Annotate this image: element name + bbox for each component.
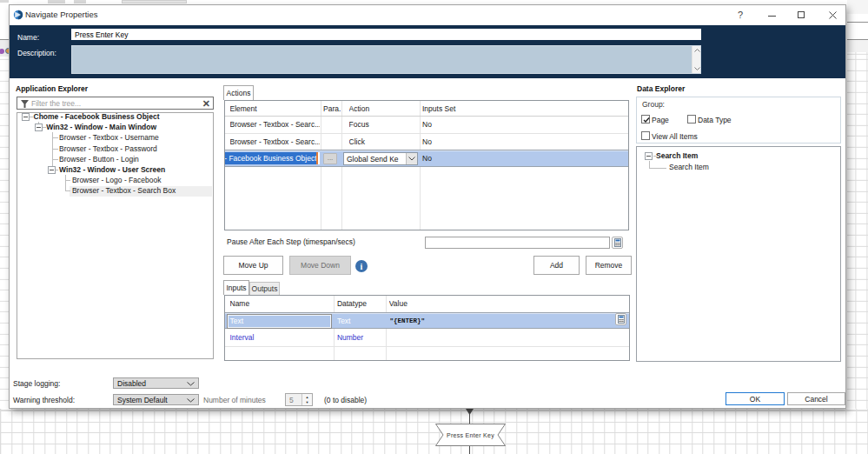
- button-label: Cancel: [805, 395, 827, 404]
- chevron-down-icon: [187, 398, 195, 403]
- action-combobox[interactable]: Global Send Ke: [343, 152, 418, 165]
- screen: Press Enter Key Navigate Properties ? Na…: [0, 0, 868, 454]
- input-name-editor[interactable]: Text: [227, 314, 333, 329]
- cancel-button[interactable]: Cancel: [787, 392, 845, 405]
- collapse-icon[interactable]: [645, 152, 653, 160]
- tree-connector-line: [52, 159, 58, 160]
- actions-row-selected[interactable]: Chome - Facebook Business Object ... Glo…: [225, 150, 628, 166]
- description-textarea[interactable]: [71, 45, 701, 74]
- page-checkbox[interactable]: [641, 115, 650, 124]
- tab-inputs[interactable]: Inputs: [223, 280, 249, 295]
- remove-button[interactable]: Remove: [586, 256, 632, 275]
- tab-label: Outputs: [252, 284, 278, 293]
- maximize-button[interactable]: [790, 7, 812, 23]
- help-button[interactable]: ?: [729, 7, 752, 23]
- tree-connector-line: [52, 137, 58, 138]
- data-type-checkbox[interactable]: [687, 115, 696, 124]
- ok-button[interactable]: OK: [726, 392, 785, 405]
- info-icon[interactable]: i: [355, 260, 368, 272]
- page-checkbox-label: Page: [652, 116, 669, 124]
- name-input[interactable]: [71, 29, 701, 40]
- close-button[interactable]: [821, 7, 844, 23]
- background-window-edge: [847, 22, 868, 23]
- tree-connector-line: [65, 190, 70, 191]
- minimize-button[interactable]: [760, 7, 783, 23]
- tree-item[interactable]: Win32 - Window - Main Window: [46, 123, 156, 132]
- element-editor-textbox[interactable]: Chome - Facebook Business Object: [225, 152, 320, 164]
- inputs-table[interactable]: Name Datatype Value Text Text "{ENTER}" …: [224, 295, 630, 361]
- tab-actions[interactable]: Actions: [223, 85, 254, 100]
- action-element-cell: Browser - Textbox - Searc...: [230, 120, 321, 129]
- value-expression-button[interactable]: [615, 313, 626, 325]
- input-datatype-cell: Text: [337, 317, 382, 325]
- collapse-icon[interactable]: [48, 166, 56, 174]
- chevron-down-icon[interactable]: [406, 153, 417, 164]
- element-browse-button[interactable]: ...: [323, 153, 337, 164]
- background-window-fragment: [847, 0, 868, 14]
- pause-expression-button[interactable]: [612, 237, 623, 249]
- action-inputs-set-cell: No: [422, 120, 492, 129]
- close-icon: [829, 11, 837, 19]
- actions-table[interactable]: Element Para... Action Inputs Set Browse…: [224, 100, 629, 230]
- tree-connector-line: [30, 117, 33, 117]
- stage-logging-dropdown[interactable]: Disabled: [113, 377, 199, 389]
- move-up-button[interactable]: Move Up: [223, 256, 283, 275]
- input-name-text: Text: [230, 317, 244, 325]
- button-label: OK: [750, 395, 760, 404]
- minutes-value: 5: [289, 396, 294, 404]
- description-scrollbar[interactable]: [692, 46, 700, 73]
- actions-col-parameters: Para...: [323, 104, 341, 113]
- tree-connector-line: [65, 175, 66, 191]
- dialog-title: Navigate Properties: [25, 10, 97, 19]
- background-window-fragment: [0, 0, 9, 3]
- group-label: Group:: [642, 100, 665, 109]
- move-down-button[interactable]: Move Down: [289, 256, 351, 275]
- help-icon: ?: [738, 10, 743, 20]
- input-row-selected[interactable]: Text Text "{ENTER}": [225, 312, 629, 329]
- application-explorer-tree[interactable]: Chome - Facebook Business ObjectWin32 - …: [17, 112, 214, 359]
- tree-item[interactable]: Win32 - Window - User Screen: [59, 165, 165, 175]
- spinner-down-icon[interactable]: ▼: [302, 400, 312, 406]
- number-of-minutes-label: Number of minutes: [203, 396, 266, 404]
- button-label: Add: [550, 261, 563, 270]
- tree-item[interactable]: Browser - Textbox - Username: [59, 133, 159, 143]
- view-all-items-checkbox[interactable]: [641, 131, 650, 140]
- collapse-icon[interactable]: [22, 113, 30, 121]
- tree-item[interactable]: Search Item: [669, 163, 709, 172]
- input-name-cell: Interval: [230, 333, 326, 342]
- collapse-icon[interactable]: [35, 124, 43, 131]
- navigate-stage-label: Press Enter Key: [435, 424, 506, 446]
- scroll-up-icon[interactable]: [692, 47, 701, 54]
- tree-item-selected[interactable]: Browser - Textbox - Search Box: [72, 186, 176, 196]
- filter-tree-input[interactable]: [31, 98, 192, 108]
- tree-item[interactable]: Browser - Button - Login: [59, 155, 139, 164]
- action-combobox-value: Global Send Ke: [347, 155, 404, 164]
- element-editor-text: Chome - Facebook Business Object: [225, 154, 317, 163]
- dialog-titlebar[interactable]: Navigate Properties ?: [10, 5, 845, 25]
- filter-clear-icon[interactable]: ✕: [202, 98, 210, 110]
- button-label: Move Up: [238, 261, 268, 270]
- name-label: Name:: [17, 33, 39, 42]
- input-value-cell: "{ENTER}": [390, 317, 599, 324]
- tab-outputs[interactable]: Outputs: [249, 282, 280, 295]
- action-inputs-set-cell: No: [422, 154, 492, 163]
- tree-item[interactable]: Chome - Facebook Business Object: [34, 112, 160, 122]
- filter-tree-box: ✕: [17, 97, 214, 110]
- tree-item[interactable]: Search Item: [656, 151, 698, 161]
- check-icon: [642, 116, 651, 124]
- scroll-down-icon[interactable]: [692, 65, 701, 72]
- tree-item[interactable]: Browser - Logo - Facebook: [72, 176, 162, 185]
- action-action-cell: Click: [349, 137, 408, 146]
- button-label: Remove: [595, 261, 623, 270]
- spinner-arrows[interactable]: ▲ ▼: [301, 394, 312, 405]
- warning-threshold-dropdown[interactable]: System Default: [113, 394, 199, 405]
- add-button[interactable]: Add: [533, 256, 580, 275]
- tree-item[interactable]: Browser - Textbox - Password: [59, 144, 157, 154]
- io-col-name: Name: [230, 299, 326, 308]
- button-label: Move Down: [301, 261, 340, 270]
- maximize-icon: [798, 11, 805, 18]
- data-explorer-tree[interactable]: Search Item Search Item: [636, 146, 841, 362]
- minutes-spinner[interactable]: 5 ▲ ▼: [285, 393, 313, 406]
- pause-after-step-input[interactable]: [425, 237, 610, 249]
- minimize-icon: [768, 16, 776, 17]
